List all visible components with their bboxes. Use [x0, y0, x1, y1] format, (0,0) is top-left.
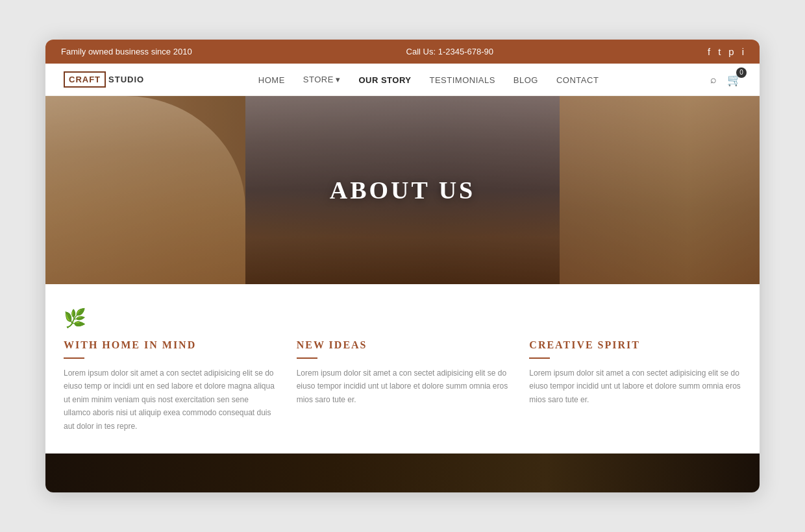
nav-item-our-story[interactable]: OUR STORY — [358, 74, 411, 86]
top-bar-social: f t p i — [708, 46, 744, 57]
pinterest-icon[interactable]: p — [728, 46, 734, 57]
top-bar: Family owned business since 2010 Call Us… — [45, 40, 760, 64]
nav-link-contact[interactable]: CONTACT — [556, 75, 599, 85]
col-2-divider — [297, 357, 317, 359]
nav-link-blog[interactable]: BLOG — [514, 75, 538, 85]
nav-link-home[interactable]: HOME — [258, 75, 285, 85]
content-section: 🌿 WITH HOME IN MIND Lorem ipsum dolor si… — [45, 284, 760, 448]
hero-section: ABOUT US — [45, 96, 760, 284]
leaf-decorative-icon: 🌿 — [64, 308, 741, 329]
twitter-icon[interactable]: t — [718, 46, 721, 57]
logo[interactable]: CRAFT STUDIO — [64, 71, 147, 88]
column-2: NEW IDEAS Lorem ipsum dolor sit amet a c… — [297, 339, 509, 433]
nav-link-our-story[interactable]: OUR STORY — [358, 75, 411, 85]
col-1-title: WITH HOME IN MIND — [64, 339, 276, 351]
nav-link-store[interactable]: STORE ▾ — [303, 75, 341, 84]
col-2-text: Lorem ipsum dolor sit amet a con sectet … — [297, 367, 509, 406]
nav-item-contact[interactable]: CONTACT — [556, 74, 599, 86]
col-2-title: NEW IDEAS — [297, 339, 509, 351]
col-3-divider — [529, 357, 550, 359]
instagram-icon[interactable]: i — [742, 46, 744, 57]
nav-item-home[interactable]: HOME — [258, 74, 285, 86]
navbar: CRAFT STUDIO HOME STORE ▾ OUR STORY TEST… — [45, 64, 760, 96]
search-icon[interactable]: ⌕ — [710, 74, 717, 86]
browser-frame: Family owned business since 2010 Call Us… — [45, 40, 760, 492]
three-column-grid: WITH HOME IN MIND Lorem ipsum dolor sit … — [64, 339, 741, 433]
col-3-text: Lorem ipsum dolor sit amet a con sectet … — [529, 367, 741, 406]
nav-link-testimonials[interactable]: TESTIMONIALS — [429, 75, 495, 85]
column-3: CREATIVE SPIRIT Lorem ipsum dolor sit am… — [529, 339, 741, 433]
col-1-divider — [64, 357, 84, 359]
top-bar-left: Family owned business since 2010 — [61, 47, 192, 56]
bottom-image-bar — [45, 453, 760, 492]
nav-item-store[interactable]: STORE ▾ — [303, 75, 341, 84]
facebook-icon[interactable]: f — [708, 46, 710, 57]
top-bar-center: Call Us: 1-2345-678-90 — [406, 47, 493, 56]
nav-actions: ⌕ 🛒 0 — [710, 73, 741, 87]
col-3-title: CREATIVE SPIRIT — [529, 339, 741, 351]
nav-item-testimonials[interactable]: TESTIMONIALS — [429, 74, 495, 86]
cart-badge: 0 — [736, 67, 747, 78]
chevron-down-icon: ▾ — [336, 75, 341, 84]
logo-craft: CRAFT — [64, 71, 106, 88]
hero-title: ABOUT US — [330, 176, 476, 204]
nav-links: HOME STORE ▾ OUR STORY TESTIMONIALS BLOG… — [258, 74, 599, 86]
logo-studio: STUDIO — [106, 73, 147, 86]
cart-button[interactable]: 🛒 0 — [727, 73, 741, 87]
column-1: WITH HOME IN MIND Lorem ipsum dolor sit … — [64, 339, 276, 433]
nav-item-blog[interactable]: BLOG — [514, 74, 538, 86]
col-1-text: Lorem ipsum dolor sit amet a con sectet … — [64, 367, 276, 433]
